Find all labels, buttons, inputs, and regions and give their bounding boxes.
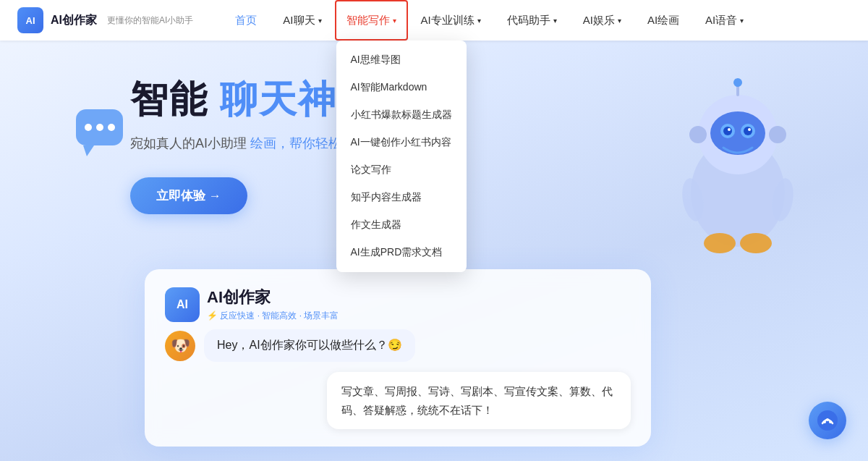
ai-message-bubble: 写文章、写周报、写诗、写剧本、写宣传文案、算数、代码、答疑解惑，统统不在话下！: [327, 372, 631, 429]
svg-point-2: [96, 124, 103, 131]
dropdown-item-mindmap[interactable]: AI思维导图: [336, 46, 467, 74]
user-avatar: 🐶: [165, 331, 195, 361]
chevron-down-icon: ▾: [618, 17, 621, 25]
robot-decoration: [665, 77, 810, 265]
svg-point-11: [744, 127, 752, 135]
chat-brand-name: AI创作家: [207, 287, 339, 308]
svg-point-24: [826, 418, 829, 421]
header: AI AI创作家 更懂你的智能AI小助手 首页 AI聊天 ▾ 智能写作 ▾ AI…: [0, 0, 868, 41]
dropdown-item-prd[interactable]: AI生成PRD需求文档: [336, 239, 467, 266]
nav-item-smart-write[interactable]: 智能写作 ▾ AI思维导图 AI智能Markdown 小红书爆款标题生成器 AI…: [335, 0, 408, 41]
svg-point-10: [723, 127, 732, 135]
svg-point-12: [728, 128, 731, 131]
nav-item-ai-voice[interactable]: AI语音 ▾: [692, 0, 757, 41]
svg-point-7: [710, 111, 765, 155]
svg-point-15: [733, 78, 742, 87]
smart-write-dropdown: AI思维导图 AI智能Markdown 小红书爆款标题生成器 AI一键创作小红书…: [336, 41, 467, 272]
nav-item-ai-entertainment[interactable]: AI娱乐 ▾: [570, 0, 634, 41]
svg-point-3: [108, 124, 115, 131]
dropdown-item-markdown[interactable]: AI智能Markdown: [336, 74, 467, 101]
nav-item-ai-pro-train[interactable]: AI专业训练 ▾: [408, 0, 494, 41]
chat-brand: AI AI创作家 ⚡ 反应快速 · 智能高效 · 场景丰富: [165, 287, 631, 322]
svg-point-1: [85, 124, 92, 131]
logo-title: AI创作家: [51, 13, 97, 28]
dropdown-item-zhihu[interactable]: 知乎内容生成器: [336, 184, 467, 211]
nav-item-ai-draw[interactable]: AI绘画: [634, 0, 692, 41]
chat-messages: 🐶 Hey，AI创作家你可以做些什么？😏 写文章、写周报、写诗、写剧本、写宣传文…: [165, 329, 631, 429]
nav-item-code-assistant[interactable]: 代码助手 ▾: [494, 0, 570, 41]
svg-point-17: [769, 126, 786, 143]
user-message-bubble: Hey，AI创作家你可以做些什么？😏: [204, 329, 415, 362]
dropdown-item-xiaohongshu-content[interactable]: AI一键创作小红书内容: [336, 129, 467, 156]
logo-subtitle: 更懂你的智能AI小助手: [107, 14, 193, 27]
nav-item-ai-chat[interactable]: AI聊天 ▾: [270, 0, 334, 41]
svg-marker-4: [83, 145, 94, 156]
chevron-down-icon: ▾: [553, 17, 557, 25]
dropdown-item-xiaohongshu-title[interactable]: 小红书爆款标题生成器: [336, 101, 467, 129]
chat-msg-ai: 写文章、写周报、写诗、写剧本、写宣传文案、算数、代码、答疑解惑，统统不在话下！: [165, 372, 631, 429]
logo-icon: AI: [17, 7, 43, 33]
nav-item-home[interactable]: 首页: [222, 0, 270, 41]
chevron-down-icon: ▾: [477, 17, 481, 25]
chat-card: AI AI创作家 ⚡ 反应快速 · 智能高效 · 场景丰富 🐶 Hey，AI创作…: [145, 269, 651, 447]
ai-chat-float-button[interactable]: [809, 402, 846, 439]
svg-point-23: [823, 420, 826, 423]
speech-bubble-decoration: [72, 106, 130, 156]
logo-area: AI AI创作家 更懂你的智能AI小助手: [17, 7, 193, 33]
svg-point-19: [740, 233, 772, 253]
chevron-down-icon: ▾: [740, 17, 744, 25]
chat-brand-icon: AI: [165, 287, 200, 322]
svg-point-13: [748, 128, 751, 131]
dropdown-item-thesis[interactable]: 论文写作: [336, 156, 467, 184]
svg-point-25: [829, 420, 832, 423]
hero-cta-button[interactable]: 立即体验 →: [130, 177, 247, 214]
hero-title-line1: 智能: [130, 78, 208, 120]
chevron-down-icon: ▾: [393, 17, 396, 25]
chat-msg-user: 🐶 Hey，AI创作家你可以做些什么？😏: [165, 329, 631, 362]
main-nav: 首页 AI聊天 ▾ 智能写作 ▾ AI思维导图 AI智能Markdown 小红书…: [222, 0, 851, 41]
svg-point-16: [689, 126, 707, 143]
chevron-down-icon: ▾: [318, 17, 322, 25]
chat-brand-tags: ⚡ 反应快速 · 智能高效 · 场景丰富: [207, 310, 339, 322]
dropdown-item-essay[interactable]: 作文生成器: [336, 211, 467, 239]
svg-point-18: [704, 233, 736, 253]
chat-brand-info: AI创作家 ⚡ 反应快速 · 智能高效 · 场景丰富: [207, 287, 339, 322]
